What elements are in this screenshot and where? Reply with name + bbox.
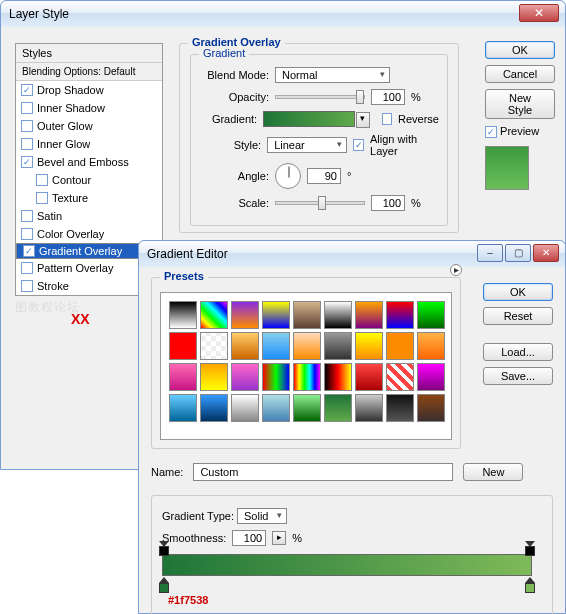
- preset-swatch[interactable]: [231, 332, 259, 360]
- checkbox[interactable]: [21, 102, 33, 114]
- preset-swatch[interactable]: [324, 363, 352, 391]
- gradient-swatch[interactable]: [263, 111, 355, 127]
- checkbox[interactable]: ✓: [21, 84, 33, 96]
- preset-swatch[interactable]: [200, 394, 228, 422]
- preset-swatch[interactable]: [200, 363, 228, 391]
- style-item-texture[interactable]: Texture: [16, 189, 162, 207]
- minimize-icon[interactable]: –: [477, 244, 503, 262]
- preset-swatch[interactable]: [324, 332, 352, 360]
- gradient-editor-title: Gradient Editor: [147, 247, 228, 261]
- angle-dial[interactable]: [275, 163, 301, 189]
- scale-value[interactable]: 100: [371, 195, 405, 211]
- preset-swatch[interactable]: [417, 301, 445, 329]
- gradient-type-select[interactable]: Solid: [237, 508, 287, 524]
- checkbox[interactable]: [21, 228, 33, 240]
- preset-swatch[interactable]: [355, 363, 383, 391]
- preset-swatch[interactable]: [355, 301, 383, 329]
- style-select[interactable]: Linear: [267, 137, 347, 153]
- checkbox[interactable]: ✓: [23, 245, 35, 257]
- chevron-right-icon[interactable]: ▸: [272, 531, 286, 545]
- style-item-satin[interactable]: Satin: [16, 207, 162, 225]
- preset-swatch[interactable]: [417, 363, 445, 391]
- preset-swatch[interactable]: [324, 301, 352, 329]
- preset-swatch[interactable]: [200, 332, 228, 360]
- styles-header[interactable]: Styles: [16, 44, 162, 63]
- scale-slider[interactable]: [275, 201, 365, 205]
- checkbox[interactable]: [21, 210, 33, 222]
- style-item-outer-glow[interactable]: Outer Glow: [16, 117, 162, 135]
- checkbox[interactable]: [36, 174, 48, 186]
- preset-swatch[interactable]: [231, 363, 259, 391]
- preset-swatch[interactable]: [231, 394, 259, 422]
- align-label: Align with Layer: [370, 133, 439, 157]
- opacity-stop-right[interactable]: [525, 541, 535, 553]
- ge-load-button[interactable]: Load...: [483, 343, 553, 361]
- preset-swatch[interactable]: [386, 332, 414, 360]
- close-icon[interactable]: ✕: [519, 4, 559, 22]
- preset-swatch[interactable]: [355, 332, 383, 360]
- preset-swatch[interactable]: [293, 301, 321, 329]
- maximize-icon[interactable]: ▢: [505, 244, 531, 262]
- smoothness-value[interactable]: 100: [232, 530, 266, 546]
- reverse-checkbox[interactable]: [382, 113, 392, 125]
- preset-swatch[interactable]: [262, 363, 290, 391]
- style-item-contour[interactable]: Contour: [16, 171, 162, 189]
- red-xx-overlay: XX: [71, 311, 90, 327]
- checkbox[interactable]: ✓: [21, 156, 33, 168]
- preset-swatch[interactable]: [386, 394, 414, 422]
- preset-swatch[interactable]: [293, 394, 321, 422]
- style-item-inner-glow[interactable]: Inner Glow: [16, 135, 162, 153]
- preset-swatch[interactable]: [417, 394, 445, 422]
- style-item-label: Drop Shadow: [37, 84, 104, 96]
- presets-menu-icon[interactable]: ▸: [450, 264, 462, 276]
- preset-swatch[interactable]: [417, 332, 445, 360]
- preset-swatch[interactable]: [262, 394, 290, 422]
- blend-mode-select[interactable]: Normal: [275, 67, 390, 83]
- preview-checkbox[interactable]: ✓: [485, 126, 497, 138]
- style-item-bevel-and-emboss[interactable]: ✓Bevel and Emboss: [16, 153, 162, 171]
- checkbox[interactable]: [21, 138, 33, 150]
- pct-label: %: [411, 91, 421, 103]
- gradient-bar[interactable]: [162, 554, 532, 576]
- ge-reset-button[interactable]: Reset: [483, 307, 553, 325]
- deg-label: °: [347, 170, 351, 182]
- checkbox[interactable]: [21, 262, 33, 274]
- blending-options[interactable]: Blending Options: Default: [16, 63, 162, 81]
- preset-swatch[interactable]: [324, 394, 352, 422]
- ge-save-button[interactable]: Save...: [483, 367, 553, 385]
- checkbox[interactable]: [36, 192, 48, 204]
- preset-swatch[interactable]: [200, 301, 228, 329]
- color-stop-left[interactable]: [159, 577, 169, 591]
- new-style-button[interactable]: New Style: [485, 89, 555, 119]
- preset-swatch[interactable]: [231, 301, 259, 329]
- name-label: Name:: [151, 466, 183, 478]
- opacity-slider[interactable]: [275, 95, 365, 99]
- opacity-stop-left[interactable]: [159, 541, 169, 553]
- preset-swatch[interactable]: [262, 332, 290, 360]
- style-item-drop-shadow[interactable]: ✓Drop Shadow: [16, 81, 162, 99]
- name-input[interactable]: Custom: [193, 463, 453, 481]
- preset-swatch[interactable]: [169, 332, 197, 360]
- preset-swatch[interactable]: [169, 363, 197, 391]
- ge-ok-button[interactable]: OK: [483, 283, 553, 301]
- ok-button[interactable]: OK: [485, 41, 555, 59]
- new-button[interactable]: New: [463, 463, 523, 481]
- close-icon[interactable]: ✕: [533, 244, 559, 262]
- align-checkbox[interactable]: ✓: [353, 139, 364, 151]
- checkbox[interactable]: [21, 280, 33, 292]
- preset-swatch[interactable]: [355, 394, 383, 422]
- checkbox[interactable]: [21, 120, 33, 132]
- color-stop-right[interactable]: [525, 577, 535, 591]
- preset-swatch[interactable]: [169, 394, 197, 422]
- preset-swatch[interactable]: [169, 301, 197, 329]
- preset-swatch[interactable]: [293, 363, 321, 391]
- cancel-button[interactable]: Cancel: [485, 65, 555, 83]
- style-item-inner-shadow[interactable]: Inner Shadow: [16, 99, 162, 117]
- preset-swatch[interactable]: [386, 301, 414, 329]
- preset-swatch[interactable]: [386, 363, 414, 391]
- preset-swatch[interactable]: [262, 301, 290, 329]
- angle-value[interactable]: 90: [307, 168, 341, 184]
- style-item-label: Pattern Overlay: [37, 262, 113, 274]
- opacity-value[interactable]: 100: [371, 89, 405, 105]
- preset-swatch[interactable]: [293, 332, 321, 360]
